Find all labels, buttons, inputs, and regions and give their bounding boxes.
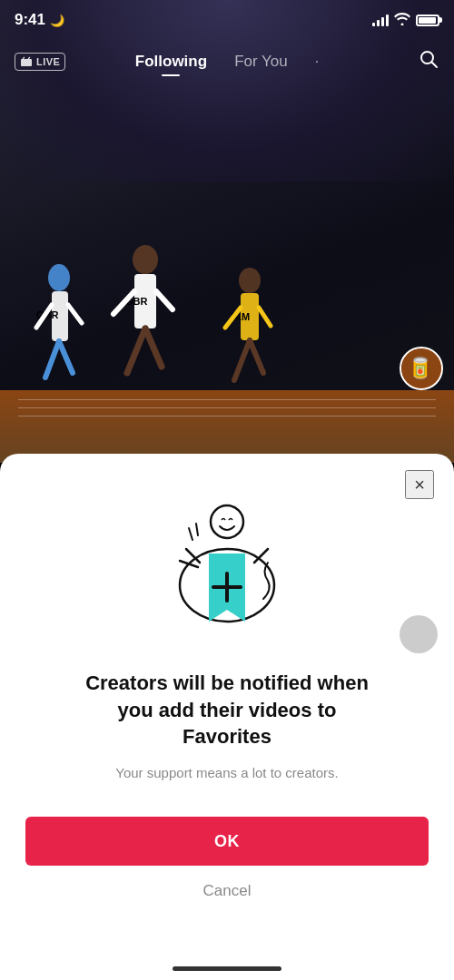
tab-for-you[interactable]: For You — [234, 53, 288, 71]
svg-line-35 — [189, 528, 192, 540]
modal-illustration — [145, 490, 309, 653]
cancel-button[interactable]: Cancel — [203, 882, 252, 900]
svg-point-28 — [211, 505, 243, 538]
svg-line-27 — [432, 63, 438, 68]
moon-icon: 🌙 — [50, 14, 64, 27]
more-dot: · — [315, 54, 319, 70]
tv-icon — [20, 56, 33, 67]
tab-following[interactable]: Following — [135, 53, 207, 71]
svg-line-3 — [45, 341, 59, 377]
svg-line-4 — [59, 341, 73, 373]
svg-line-6 — [68, 305, 82, 323]
svg-line-18 — [250, 340, 263, 373]
close-button[interactable]: × — [405, 470, 434, 499]
signal-icon — [372, 14, 389, 26]
nav-tabs: Following For You · — [135, 53, 319, 71]
svg-rect-23 — [21, 59, 32, 66]
athlete-1: GBR — [27, 241, 109, 405]
athlete-2: GBR — [100, 223, 191, 405]
svg-line-11 — [145, 328, 162, 367]
wifi-icon — [394, 13, 410, 28]
svg-line-17 — [234, 340, 250, 380]
home-indicator — [173, 966, 281, 971]
svg-line-24 — [23, 57, 25, 59]
modal-title: Creators will be notified when you add t… — [73, 670, 381, 750]
svg-line-25 — [28, 57, 30, 59]
favorites-modal: × Creators — [0, 454, 454, 980]
svg-point-7 — [133, 245, 158, 274]
status-icons — [372, 13, 439, 28]
live-button[interactable]: LIVE — [15, 53, 65, 71]
athlete-3: JAM — [209, 246, 291, 405]
svg-line-10 — [127, 328, 145, 373]
svg-line-13 — [156, 291, 173, 309]
svg-text:🥫: 🥫 — [408, 356, 433, 380]
svg-point-0 — [48, 264, 70, 291]
scroll-indicator — [400, 615, 438, 653]
search-button[interactable] — [418, 48, 439, 75]
svg-line-20 — [259, 308, 271, 326]
status-time: 9:41 🌙 — [15, 11, 64, 29]
status-bar: 9:41 🌙 — [0, 0, 454, 40]
battery-icon — [416, 15, 439, 26]
top-navigation: LIVE Following For You · — [0, 40, 454, 83]
live-label: LIVE — [36, 56, 60, 67]
svg-line-36 — [196, 524, 198, 535]
ok-button[interactable]: OK — [25, 817, 429, 866]
modal-subtitle: Your support means a lot to creators. — [115, 763, 338, 782]
svg-point-14 — [239, 268, 261, 293]
avatar[interactable]: 🥫 — [400, 347, 443, 390]
time-display: 9:41 — [15, 11, 45, 29]
